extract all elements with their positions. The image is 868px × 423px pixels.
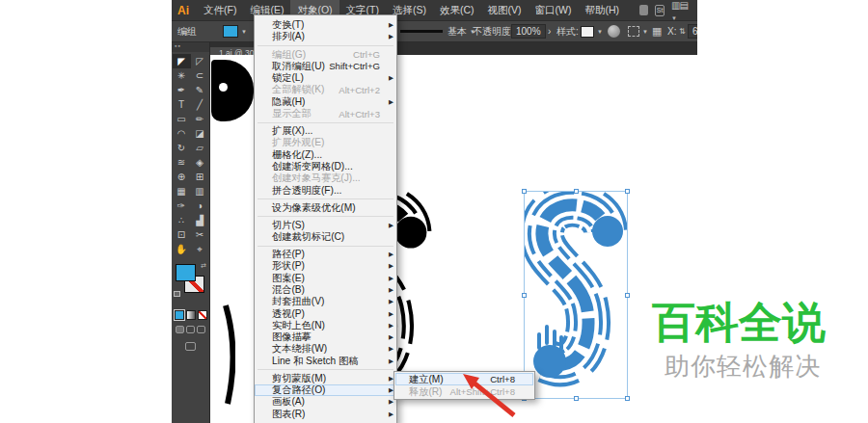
adobe-stock-icon[interactable]: St [655, 5, 665, 16]
arrange-documents-icon[interactable] [639, 5, 648, 15]
menu-item[interactable]: 排列(A)▶ [255, 31, 396, 42]
recolor-artwork-icon[interactable] [608, 25, 620, 38]
menu-item[interactable]: 透视(P)▶ [255, 307, 396, 319]
menu-item[interactable]: 变换(T)▶ [255, 19, 396, 31]
pencil-tool-icon[interactable]: ✏ [191, 112, 209, 126]
selection-handle[interactable] [522, 189, 527, 194]
menu-item[interactable]: 建立(M)Ctrl+8 [395, 373, 533, 385]
default-swatches-icon[interactable] [174, 291, 180, 297]
menubar-item[interactable]: 窗口(W) [529, 0, 579, 21]
perspective-grid-tool-icon[interactable]: ⊞ [191, 170, 209, 184]
rectangle-tool-icon[interactable]: ▭ [173, 112, 191, 126]
black-artwork-fragment[interactable] [211, 60, 254, 121]
draw-inside-button[interactable] [197, 326, 205, 333]
menu-item[interactable]: 锁定(L)▶ [255, 72, 396, 84]
artboard-tool-icon[interactable]: ⊡ [173, 227, 191, 242]
menubar-item[interactable]: 文件(F) [197, 0, 243, 21]
eyedropper-tool-icon[interactable]: ✑ [173, 198, 191, 213]
menu-item[interactable]: 创建裁切标记(C) [255, 231, 396, 243]
type-tool-icon[interactable]: T [173, 97, 191, 112]
shaper-tool-icon[interactable]: ◠ [173, 126, 191, 141]
screen-mode-button[interactable] [185, 342, 196, 351]
menubar-item[interactable]: 视图(V) [481, 0, 529, 21]
zoom-tool-icon[interactable]: ⌖ [191, 242, 209, 256]
menu-item[interactable]: 扩展(X)... [255, 125, 396, 137]
menu-item[interactable]: 图像描摹▶ [255, 331, 396, 343]
x-stepper-icon[interactable]: ⇅ [679, 27, 686, 36]
brush-definition-dropdown[interactable]: 基本 ▼ [448, 21, 475, 41]
opacity-input[interactable]: 100% [511, 24, 546, 39]
menu-item[interactable]: 创建渐变网格(D)... [255, 161, 396, 172]
menu-item[interactable]: 形状(P)▶ [255, 260, 396, 272]
reference-point-icon[interactable]: ▦ [652, 26, 662, 37]
menu-item[interactable]: Line 和 Sketch 图稿▶ [255, 356, 396, 367]
menu-item[interactable]: 栅格化(Z)... [255, 149, 396, 161]
menu-item[interactable]: 混合(B)▶ [255, 284, 396, 296]
mesh-tool-icon[interactable]: ▦ [173, 184, 191, 198]
menu-item[interactable]: 取消编组(U)Shift+Ctrl+G [255, 61, 396, 72]
menu-item[interactable]: 封套扭曲(V)▶ [255, 296, 396, 307]
menu-item[interactable]: 设为像素级优化(M) [255, 202, 396, 214]
rotate-tool-icon[interactable]: ↻ [173, 141, 191, 155]
menu-item[interactable]: 剪切蒙版(M)▶ [255, 373, 396, 384]
menu-item[interactable]: 图表(R)▶ [255, 409, 396, 420]
menu-item[interactable]: 画板(A)▶ [255, 396, 396, 408]
blend-tool-icon[interactable]: ◑ [191, 198, 209, 213]
menubar-item[interactable]: 帮助(H) [579, 0, 627, 21]
workspace-switcher[interactable]: ▥▤ ▼ [671, 0, 692, 22]
draw-normal-button[interactable] [176, 326, 184, 333]
scale-tool-icon[interactable]: ▱ [191, 141, 209, 155]
draw-behind-button[interactable] [186, 326, 195, 333]
lasso-tool-icon[interactable]: ⊂ [191, 68, 209, 83]
selection-handle[interactable] [574, 189, 579, 194]
menubar-item[interactable]: 效果(C) [433, 0, 481, 21]
menu-item-label: 设为像素级优化(M) [272, 201, 356, 215]
symbol-sprayer-tool-icon[interactable]: ∴ [173, 213, 191, 227]
swap-fill-stroke-icon[interactable]: ⇄ [201, 262, 206, 270]
style-picker[interactable]: ▼ [581, 21, 603, 41]
gradient-fill-button[interactable] [186, 310, 196, 320]
selection-tool-icon[interactable]: ◤ [173, 54, 191, 68]
select-similar-control[interactable]: ▼ [628, 21, 648, 41]
menu-item[interactable]: 复合路径(O)▶ [255, 384, 396, 396]
fill-color-picker[interactable]: ▼ [223, 21, 247, 41]
menu-item[interactable]: 编组(G)Ctrl+G [255, 48, 396, 60]
menu-item[interactable]: 全部解锁(K)Alt+Ctrl+2 [255, 84, 396, 95]
menu-item[interactable]: 显示全部Alt+Ctrl+3 [255, 108, 396, 119]
selection-handle[interactable] [522, 293, 527, 298]
panel-grip[interactable]: ▪▪ [172, 42, 209, 52]
color-fill-button[interactable] [175, 310, 184, 320]
free-transform-tool-icon[interactable]: ◈ [191, 155, 209, 170]
column-graph-tool-icon[interactable]: ▟ [191, 213, 209, 227]
eraser-tool-icon[interactable]: ◪ [191, 126, 209, 141]
menu-item[interactable]: 扩展外观(E) [255, 137, 396, 148]
paintbrush-tool-icon[interactable]: ✎ [191, 83, 209, 97]
selection-handle[interactable] [574, 396, 579, 401]
x-position-input[interactable]: 629.754 [688, 24, 697, 39]
menu-item[interactable]: 创建对象马赛克(J)... [255, 172, 396, 184]
menu-item[interactable]: 路径(P)▶ [255, 249, 396, 260]
line-segment-tool-icon[interactable]: ╱ [191, 97, 209, 112]
selection-handle[interactable] [625, 396, 630, 401]
direct-selection-tool-icon[interactable]: ◸ [191, 54, 209, 68]
share-icon[interactable]: ✈ [696, 3, 697, 18]
menu-item[interactable]: 拼合透明度(F)... [255, 184, 396, 196]
selection-handle[interactable] [625, 293, 630, 298]
slice-tool-icon[interactable]: ✂ [191, 227, 209, 242]
width-tool-icon[interactable]: ≋ [173, 155, 191, 170]
menu-item[interactable]: 实时上色(N)▶ [255, 320, 396, 331]
opacity-expand-arrow[interactable]: › [548, 21, 551, 41]
pen-tool-icon[interactable]: ✒ [173, 83, 191, 97]
none-fill-button[interactable] [198, 310, 207, 320]
shape-builder-tool-icon[interactable]: ⊕ [173, 170, 191, 184]
menu-item[interactable]: 图案(E)▶ [255, 273, 396, 284]
magic-wand-tool-icon[interactable]: ✳ [173, 68, 191, 83]
fill-color-box[interactable] [176, 264, 196, 281]
menu-item[interactable]: 隐藏(H)▶ [255, 96, 396, 108]
gradient-tool-icon[interactable]: ▥ [191, 184, 209, 198]
menu-item[interactable]: 文本绕排(W)▶ [255, 343, 396, 355]
selection-handle[interactable] [625, 189, 630, 194]
menu-item[interactable]: 释放(R)Alt+Shift+Ctrl+8 [395, 385, 533, 398]
menu-item[interactable]: 切片(S)▶ [255, 220, 396, 231]
hand-tool-icon[interactable]: ✋ [173, 242, 191, 256]
